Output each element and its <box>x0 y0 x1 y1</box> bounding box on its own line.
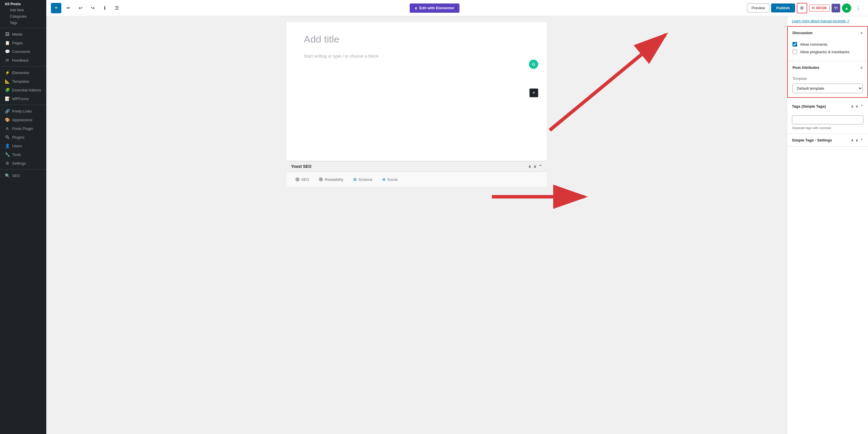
redo-button[interactable]: ↪ <box>87 3 98 13</box>
post-attributes-header[interactable]: Post Attributes ∧ <box>788 61 867 74</box>
sidebar-item-pretty-links-label: Pretty Links <box>12 109 32 114</box>
sidebar-item-add-new[interactable]: Add New <box>0 7 46 13</box>
template-select[interactable]: Default template Full Width Blank <box>793 84 863 93</box>
allow-pingbacks-row: Allow pingbacks & trackbacks <box>793 50 863 54</box>
more-options-button[interactable]: ⋮ <box>853 3 863 13</box>
sidebar-item-wpforms[interactable]: 📝 WPForms <box>0 94 46 103</box>
sidebar-item-users[interactable]: 👤 Users <box>0 142 46 150</box>
simple-tags-settings-expand[interactable]: ∨ <box>856 138 859 142</box>
sidebar-item-pages[interactable]: 📋 Pages <box>0 38 46 47</box>
settings-icon: ⚙ <box>5 161 10 165</box>
tags-input[interactable] <box>792 116 863 124</box>
seo-icon: 🔍 <box>5 173 10 178</box>
green-plugin-button[interactable]: ▲ <box>842 3 851 13</box>
pen-button[interactable]: ✏ <box>63 3 73 13</box>
add-block-button[interactable]: + <box>51 3 61 13</box>
undo-button[interactable]: ↩ <box>75 3 86 13</box>
sidebar-item-fonts-plugin[interactable]: A Fonts Plugin <box>0 124 46 133</box>
sidebar-item-templates[interactable]: 📐 Templates <box>0 77 46 86</box>
toolbar: + ✏ ↩ ↪ ℹ ☰ e Edit with Elementor Previe… <box>46 0 868 16</box>
sidebar-item-seo[interactable]: 🔍 SEO <box>0 171 46 180</box>
elementor-e-icon: e <box>415 6 417 10</box>
publish-button[interactable]: Publish <box>771 3 795 12</box>
social-icon: ⊕ <box>382 177 386 182</box>
excerpt-link[interactable]: Learn more about manual excerpts ↗ <box>787 16 868 26</box>
sidebar-item-tags-sub[interactable]: Tags <box>0 20 46 26</box>
allow-comments-checkbox[interactable] <box>793 42 797 46</box>
post-attributes-section: Post Attributes ∧ Template: Default temp… <box>788 61 867 97</box>
post-attributes-title: Post Attributes <box>793 65 819 70</box>
tags-collapse-button[interactable]: ∧ <box>851 104 854 108</box>
wpforms-icon: 📝 <box>5 96 10 101</box>
tags-expand-full-button[interactable]: ⌃ <box>860 104 863 108</box>
sidebar-item-tools[interactable]: 🔧 Tools <box>0 150 46 159</box>
appearance-icon: 🎨 <box>5 118 10 122</box>
sidebar-item-fonts-plugin-label: Fonts Plugin <box>12 126 33 131</box>
feedback-icon: ✉ <box>5 58 10 62</box>
media-icon: 🖼 <box>5 32 10 36</box>
sidebar-item-appearance-label: Appearance <box>12 118 32 122</box>
simple-tags-settings-collapse[interactable]: ∧ <box>851 138 854 142</box>
sidebar-item-plugins[interactable]: 🔌 Plugins <box>0 133 46 142</box>
allow-comments-label[interactable]: Allow comments <box>800 42 828 46</box>
editor-title[interactable]: Add title <box>304 34 529 45</box>
sidebar-item-settings[interactable]: ⚙ Settings <box>0 159 46 167</box>
yoast-header-actions: ∧ ∨ ⌃ <box>528 164 542 169</box>
yoast-expand-button[interactable]: ∨ <box>533 164 536 169</box>
simple-tags-settings-section: Simple Tags - Settings ∧ ∨ ⌃ <box>787 134 868 147</box>
yoast-tab-readability-label: Readability <box>324 177 343 182</box>
edit-elementor-button[interactable]: e Edit with Elementor <box>410 3 460 13</box>
yoast-tab-seo[interactable]: SEO <box>291 175 313 184</box>
sidebar-item-feedback[interactable]: ✉ Feedback <box>0 56 46 64</box>
sidebar-item-plugins-label: Plugins <box>12 135 25 140</box>
yoast-tab-readability[interactable]: Readability <box>314 175 347 184</box>
list-view-button[interactable]: ☰ <box>112 3 122 13</box>
sidebar-item-media[interactable]: 🖼 Media <box>0 30 46 38</box>
essential-addons-icon: 🧩 <box>5 88 10 92</box>
yoast-tab-social[interactable]: ⊕ Social <box>378 175 402 184</box>
discussion-section: Discussion ∧ Allow comments Allow pingba… <box>787 26 868 98</box>
sidebar-item-appearance[interactable]: 🎨 Appearance <box>0 116 46 124</box>
seo-dot <box>296 177 300 181</box>
add-block-button-inline[interactable]: + <box>529 89 538 97</box>
allow-pingbacks-checkbox[interactable] <box>793 50 797 54</box>
info-button[interactable]: ℹ <box>99 3 110 13</box>
allow-pingbacks-label[interactable]: Allow pingbacks & trackbacks <box>800 50 849 54</box>
sidebar-item-templates-label: Templates <box>12 79 29 84</box>
pretty-links-icon: 🔗 <box>5 109 10 114</box>
elementor-icon: ⚡ <box>5 70 10 75</box>
sidebar-item-elementor[interactable]: ⚡ Elementor <box>0 68 46 77</box>
yoast-header: Yoast SEO ∧ ∨ ⌃ <box>286 161 547 172</box>
yoast-tab-schema[interactable]: ⊞ Schema <box>349 175 377 184</box>
sidebar-item-media-label: Media <box>12 32 22 36</box>
sidebar: All Posts Add New Categories Tags 🖼 Medi… <box>0 0 46 434</box>
sidebar-item-pretty-links[interactable]: 🔗 Pretty Links <box>0 107 46 116</box>
tags-expand-button[interactable]: ∨ <box>856 104 859 108</box>
sidebar-item-comments[interactable]: 💬 Comments <box>0 47 46 56</box>
preview-button[interactable]: Preview <box>747 3 769 12</box>
readability-score: 00/100 <box>816 6 827 10</box>
tags-simple-title: Tags (Simple Tags) <box>792 104 851 108</box>
settings-gear-button[interactable]: ⚙ <box>797 3 807 13</box>
yoast-icon-button[interactable]: Y! <box>832 4 840 12</box>
tags-simple-actions: ∧ ∨ ⌃ <box>851 104 863 108</box>
sidebar-item-categories[interactable]: Categories <box>0 13 46 20</box>
sidebar-item-users-label: Users <box>12 144 22 148</box>
simple-tags-settings-header: Simple Tags - Settings ∧ ∨ ⌃ <box>787 134 868 146</box>
yoast-collapse-button[interactable]: ∧ <box>528 164 531 169</box>
main-wrapper: + ✏ ↩ ↪ ℹ ☰ e Edit with Elementor Previe… <box>46 0 868 434</box>
grammarly-button[interactable]: G <box>529 60 538 69</box>
yoast-tabs: SEO Readability ⊞ Schema ⊕ Social <box>286 172 547 187</box>
post-attributes-chevron-up: ∧ <box>860 66 863 70</box>
discussion-header[interactable]: Discussion ∧ <box>788 27 867 39</box>
template-label: Template: <box>793 77 863 81</box>
templates-icon: 📐 <box>5 79 10 84</box>
tags-simple-section: Tags (Simple Tags) ∧ ∨ ⌃ Separate tags w… <box>787 100 868 134</box>
simple-tags-settings-expand-full[interactable]: ⌃ <box>860 138 863 142</box>
tags-hint: Separate tags with commas <box>792 126 863 130</box>
yoast-expand-full-button[interactable]: ⌃ <box>539 164 542 169</box>
yoast-tab-schema-label: Schema <box>359 177 372 182</box>
sidebar-item-essential-addons[interactable]: 🧩 Essential Addons <box>0 86 46 94</box>
editor-body-placeholder[interactable]: Start writing or type / to choose a bloc… <box>304 54 529 58</box>
readability-badge[interactable]: H 00/100 <box>809 5 830 11</box>
